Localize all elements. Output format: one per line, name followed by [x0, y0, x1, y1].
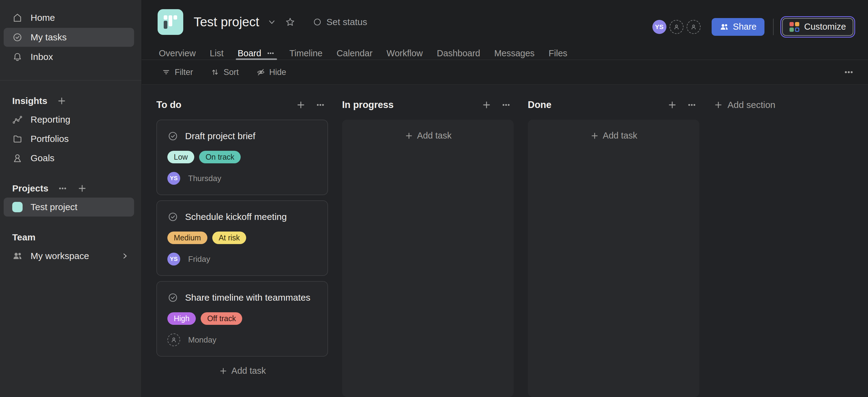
board-glyph-icon — [164, 15, 177, 29]
tab-list[interactable]: List — [210, 47, 223, 60]
tab-calendar[interactable]: Calendar — [337, 47, 373, 60]
sidebar-item-label: My workspace — [31, 251, 89, 261]
current-user-avatar[interactable]: YS — [652, 20, 666, 34]
tab-timeline[interactable]: Timeline — [289, 47, 322, 60]
add-section-label: Add section — [727, 100, 775, 110]
add-insights-button[interactable] — [57, 96, 67, 106]
add-task-button[interactable]: Add task — [342, 131, 514, 141]
priority-badge: Low — [167, 151, 194, 163]
customize-label: Customize — [804, 22, 846, 32]
customize-button[interactable]: Customize — [782, 18, 853, 36]
add-task-icon-button[interactable] — [667, 100, 677, 110]
tab-board-label: Board — [238, 48, 261, 58]
workspace-people-icon — [12, 251, 23, 261]
projects-more-button[interactable] — [57, 183, 68, 194]
team-section-title: Team — [12, 232, 35, 243]
share-button[interactable]: Share — [712, 18, 765, 36]
chevron-down-icon[interactable] — [267, 18, 276, 27]
task-title: Draft project brief — [185, 131, 255, 141]
filter-button[interactable]: Filter — [162, 67, 193, 77]
chevron-right-icon[interactable] — [121, 252, 129, 260]
status-badge: Off track — [201, 312, 242, 325]
due-date: Friday — [188, 254, 210, 264]
task-title: Schedule kickoff meeting — [185, 211, 287, 222]
board-view: To do Draft project brief Low — [142, 85, 868, 397]
sidebar-item-label: Inbox — [31, 52, 53, 62]
complete-check-icon[interactable] — [167, 292, 178, 303]
tab-dashboard[interactable]: Dashboard — [437, 47, 480, 60]
sidebar-item-portfolios[interactable]: Portfolios — [4, 130, 134, 148]
set-status-button[interactable]: Set status — [313, 17, 367, 27]
plus-icon — [713, 100, 723, 110]
assignee-avatar[interactable]: YS — [167, 172, 180, 185]
sidebar-item-home[interactable]: Home — [4, 8, 134, 27]
tab-files[interactable]: Files — [549, 47, 567, 60]
sidebar: Home My tasks Inbox Insights Reporting P… — [0, 0, 142, 397]
column-title: Done — [528, 100, 552, 110]
add-task-icon-button[interactable] — [296, 100, 306, 110]
hide-button[interactable]: Hide — [256, 67, 286, 77]
set-status-label: Set status — [327, 17, 367, 27]
main-area: Test project Set status YS Share — [142, 0, 868, 397]
due-date: Monday — [188, 335, 217, 345]
invite-avatar-placeholder[interactable] — [670, 20, 684, 34]
sidebar-item-test-project[interactable]: Test project — [4, 198, 134, 217]
tab-options-dots-icon[interactable] — [266, 49, 275, 58]
column-more-button[interactable] — [315, 100, 326, 110]
sidebar-item-my-workspace[interactable]: My workspace — [4, 247, 134, 265]
filter-label: Filter — [175, 67, 193, 77]
sort-button[interactable]: Sort — [211, 67, 239, 77]
tab-messages[interactable]: Messages — [494, 47, 534, 60]
column-more-button[interactable] — [501, 100, 511, 110]
invite-avatar-placeholder[interactable] — [687, 20, 701, 34]
star-icon[interactable] — [285, 17, 295, 27]
task-card[interactable]: Share timeline with teammates High Off t… — [156, 281, 328, 357]
priority-badge: High — [167, 312, 196, 325]
add-project-button[interactable] — [77, 183, 87, 194]
header-divider — [773, 19, 774, 35]
sidebar-item-reporting[interactable]: Reporting — [4, 110, 134, 129]
sidebar-item-goals[interactable]: Goals — [4, 149, 134, 168]
add-task-label: Add task — [231, 366, 266, 376]
toolbar-overflow-button[interactable] — [843, 66, 855, 78]
tab-workflow[interactable]: Workflow — [387, 47, 423, 60]
task-card[interactable]: Draft project brief Low On track YS Thur… — [156, 120, 328, 195]
project-header: Test project Set status YS Share — [142, 0, 868, 47]
bell-icon — [12, 52, 23, 62]
add-section-button[interactable]: Add section — [713, 98, 775, 112]
tab-board[interactable]: Board — [238, 47, 275, 60]
sidebar-section-team: Team My workspace — [0, 228, 142, 266]
home-icon — [12, 12, 23, 23]
sidebar-item-label: Goals — [31, 153, 54, 163]
sidebar-item-inbox[interactable]: Inbox — [4, 48, 134, 66]
sidebar-item-my-tasks[interactable]: My tasks — [4, 28, 134, 47]
board-column-in-progress: In progress Add task — [342, 98, 514, 397]
complete-check-icon[interactable] — [167, 211, 178, 222]
tab-overview[interactable]: Overview — [159, 47, 196, 60]
folder-icon — [12, 134, 23, 144]
task-card[interactable]: Schedule kickoff meeting Medium At risk … — [156, 200, 328, 276]
page-title: Test project — [194, 15, 259, 29]
board-toolbar: Filter Sort Hide — [142, 60, 868, 85]
project-icon — [158, 9, 183, 35]
column-title: To do — [156, 100, 181, 110]
empty-column-dropzone: Add task — [528, 120, 700, 397]
add-task-button[interactable]: Add task — [156, 366, 328, 376]
sidebar-item-label: Portfolios — [31, 134, 69, 144]
sort-label: Sort — [223, 67, 239, 77]
complete-check-icon[interactable] — [167, 131, 178, 142]
empty-column-dropzone: Add task — [342, 120, 514, 397]
priority-badge: Medium — [167, 231, 207, 244]
check-circle-icon — [12, 32, 23, 42]
share-people-icon — [719, 22, 729, 31]
unassigned-avatar-icon[interactable] — [167, 333, 180, 346]
column-more-button[interactable] — [687, 100, 697, 110]
sort-icon — [211, 68, 219, 77]
view-tabs: Overview List Board Timeline Calendar Wo… — [142, 47, 868, 60]
due-date: Thursday — [188, 174, 221, 183]
assignee-avatar[interactable]: YS — [167, 253, 180, 265]
eye-slash-icon — [256, 68, 265, 77]
add-task-icon-button[interactable] — [481, 100, 492, 110]
hide-label: Hide — [269, 67, 286, 77]
add-task-button[interactable]: Add task — [528, 131, 700, 141]
